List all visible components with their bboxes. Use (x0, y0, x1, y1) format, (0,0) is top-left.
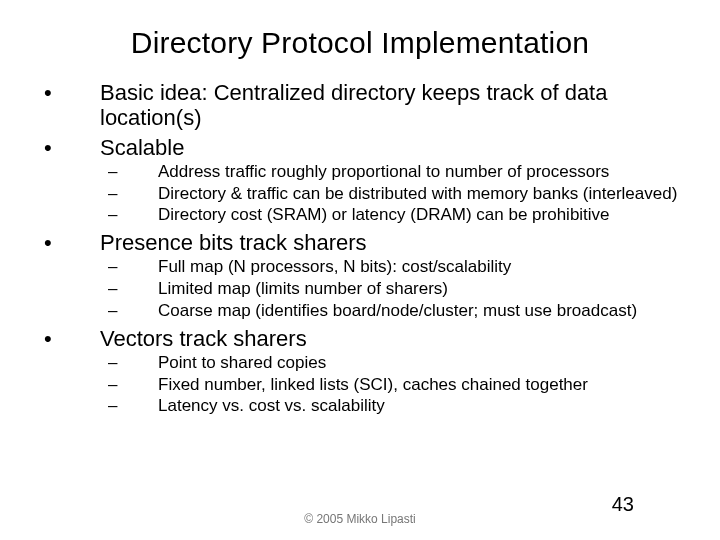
subbullet-item: – Address traffic roughly proportional t… (38, 162, 682, 183)
bullet-dash-icon: – (106, 353, 158, 374)
subbullet-item: – Directory cost (SRAM) or latency (DRAM… (38, 205, 682, 226)
bullet-dash-icon: – (106, 301, 158, 322)
bullet-group-0: • Basic idea: Centralized directory keep… (38, 80, 682, 131)
bullet-item: • Vectors track sharers (38, 326, 682, 351)
bullet-text: Basic idea: Centralized directory keeps … (100, 80, 682, 131)
subbullet-text: Directory & traffic can be distributed w… (158, 184, 682, 205)
bullet-item: • Presence bits track sharers (38, 230, 682, 255)
bullet-dot-icon: • (38, 326, 100, 351)
bullet-dash-icon: – (106, 257, 158, 278)
subbullet-text: Limited map (limits number of sharers) (158, 279, 682, 300)
bullet-dot-icon: • (38, 80, 100, 105)
bullet-item: • Scalable (38, 135, 682, 160)
bullet-dash-icon: – (106, 396, 158, 417)
slide-body: • Basic idea: Centralized directory keep… (38, 80, 682, 421)
subbullet-text: Directory cost (SRAM) or latency (DRAM) … (158, 205, 682, 226)
subbullet-item: – Directory & traffic can be distributed… (38, 184, 682, 205)
bullet-text: Vectors track sharers (100, 326, 682, 351)
bullet-item: • Basic idea: Centralized directory keep… (38, 80, 682, 131)
subbullet-item: – Full map (N processors, N bits): cost/… (38, 257, 682, 278)
page-number: 43 (612, 493, 634, 516)
slide: Directory Protocol Implementation • Basi… (0, 0, 720, 540)
subbullet-item: – Coarse map (identifies board/node/clus… (38, 301, 682, 322)
subbullet-item: – Limited map (limits number of sharers) (38, 279, 682, 300)
bullet-text: Presence bits track sharers (100, 230, 682, 255)
bullet-dash-icon: – (106, 279, 158, 300)
subbullet-text: Fixed number, linked lists (SCI), caches… (158, 375, 682, 396)
bullet-group-1: • Scalable – Address traffic roughly pro… (38, 135, 682, 227)
subbullet-item: – Latency vs. cost vs. scalability (38, 396, 682, 417)
subbullet-text: Coarse map (identifies board/node/cluste… (158, 301, 682, 322)
subbullet-text: Latency vs. cost vs. scalability (158, 396, 682, 417)
bullet-dash-icon: – (106, 205, 158, 226)
bullet-dash-icon: – (106, 375, 158, 396)
bullet-dash-icon: – (106, 162, 158, 183)
subbullet-text: Full map (N processors, N bits): cost/sc… (158, 257, 682, 278)
subbullet-text: Point to shared copies (158, 353, 682, 374)
bullet-text: Scalable (100, 135, 682, 160)
subbullet-item: – Point to shared copies (38, 353, 682, 374)
subbullet-text: Address traffic roughly proportional to … (158, 162, 682, 183)
bullet-group-2: • Presence bits track sharers – Full map… (38, 230, 682, 322)
bullet-dash-icon: – (106, 184, 158, 205)
bullet-group-3: • Vectors track sharers – Point to share… (38, 326, 682, 418)
subbullet-item: – Fixed number, linked lists (SCI), cach… (38, 375, 682, 396)
slide-title: Directory Protocol Implementation (0, 26, 720, 60)
bullet-dot-icon: • (38, 230, 100, 255)
bullet-dot-icon: • (38, 135, 100, 160)
